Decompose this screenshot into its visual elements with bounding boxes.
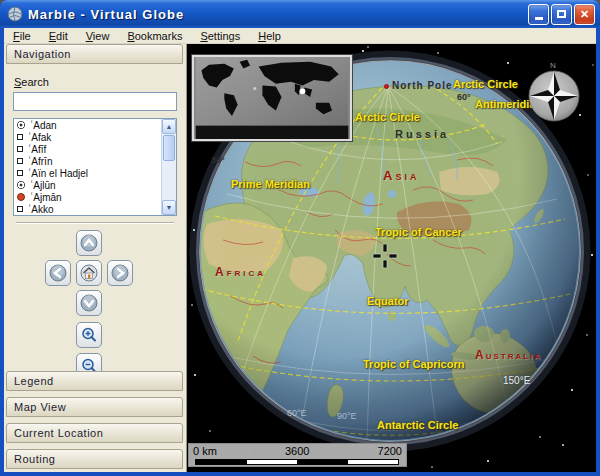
city-square-icon <box>17 134 23 140</box>
close-icon: ✕ <box>580 9 589 20</box>
menu-edit[interactable]: Edit <box>40 29 77 43</box>
pan-left-button[interactable] <box>45 260 71 286</box>
city-square-icon <box>17 170 23 176</box>
separator <box>16 222 174 223</box>
maximize-button[interactable] <box>551 4 572 25</box>
overview-position-dot <box>300 88 306 94</box>
minimize-button[interactable] <box>528 4 549 25</box>
minimize-icon <box>535 17 543 20</box>
list-item[interactable]: ʿAfrīn <box>14 155 176 167</box>
list-item[interactable]: ʿAkko <box>14 203 176 215</box>
titlebar[interactable]: Marble - Virtual Globe ✕ <box>0 0 600 28</box>
list-item[interactable]: ʿAdan <box>14 119 176 131</box>
list-scrollbar[interactable]: ▲ ▼ <box>161 119 176 215</box>
city-square-icon <box>17 206 23 212</box>
city-square-icon <box>17 158 23 164</box>
scale-bar: 0 km 3600 7200 <box>188 443 407 467</box>
scale-segments <box>195 459 399 465</box>
close-button[interactable]: ✕ <box>574 4 595 25</box>
window-title: Marble - Virtual Globe <box>28 7 528 22</box>
menu-settings[interactable]: Settings <box>191 29 249 43</box>
search-label: Search <box>14 76 49 88</box>
scale-end: 7200 <box>378 445 402 457</box>
menu-help[interactable]: Help <box>249 29 290 43</box>
zoom-in-icon <box>80 326 98 344</box>
section-navigation[interactable]: Navigation <box>6 44 183 64</box>
scroll-thumb[interactable] <box>163 135 175 161</box>
list-item[interactable]: ʿAfīf <box>14 143 176 155</box>
zoom-in-button[interactable] <box>76 322 102 348</box>
home-button[interactable] <box>76 260 102 286</box>
scale-start: 0 km <box>193 445 217 457</box>
overview-map[interactable] <box>192 55 352 141</box>
city-square-icon <box>17 146 23 152</box>
marble-app-icon <box>7 6 23 22</box>
menu-file[interactable]: File <box>4 29 40 43</box>
menubar: File Edit View Bookmarks Settings Help <box>4 28 596 44</box>
capital-dot-icon <box>17 193 25 201</box>
compass-north-letter: N <box>550 61 556 70</box>
arrow-left-icon <box>49 264 67 282</box>
scale-middle: 3600 <box>285 445 309 457</box>
city-ring-icon <box>17 181 25 189</box>
section-map-view[interactable]: Map View <box>6 397 183 417</box>
arrow-up-icon <box>80 234 98 252</box>
marble-window: Marble - Virtual Globe ✕ File Edit View … <box>0 0 600 476</box>
section-legend[interactable]: Legend <box>6 371 183 391</box>
city-ring-icon <box>17 121 25 129</box>
arrow-right-icon <box>111 264 129 282</box>
scroll-down-icon[interactable]: ▼ <box>162 200 176 215</box>
menu-view[interactable]: View <box>77 29 119 43</box>
pan-up-button[interactable] <box>76 230 102 256</box>
home-icon <box>80 264 98 282</box>
list-item[interactable]: ʿAjmān <box>14 191 176 203</box>
sidebar: Navigation Search ʿAdan ʿAfak ʿAfīf ʿAfr… <box>4 44 187 472</box>
menu-bookmarks[interactable]: Bookmarks <box>118 29 191 43</box>
north-pole-marker <box>384 84 389 89</box>
list-item[interactable]: ʿAfak <box>14 131 176 143</box>
map-canvas[interactable]: North Pole Arctic Circle 60° Antimeridia… <box>187 44 596 472</box>
pan-right-button[interactable] <box>107 260 133 286</box>
section-current-location[interactable]: Current Location <box>6 423 183 443</box>
scroll-up-icon[interactable]: ▲ <box>162 119 176 134</box>
search-results-list[interactable]: ʿAdan ʿAfak ʿAfīf ʿAfrīn ʿAïn el Hadjel … <box>13 118 177 216</box>
crosshair-icon <box>372 243 398 269</box>
arrow-down-icon <box>80 294 98 312</box>
section-routing[interactable]: Routing <box>6 449 183 469</box>
list-item[interactable]: ʿAjlūn <box>14 179 176 191</box>
maximize-icon <box>557 10 566 18</box>
pan-down-button[interactable] <box>76 290 102 316</box>
compass[interactable]: N <box>524 60 584 124</box>
search-input[interactable] <box>13 92 177 111</box>
list-item[interactable]: ʿAïn el Hadjel <box>14 167 176 179</box>
